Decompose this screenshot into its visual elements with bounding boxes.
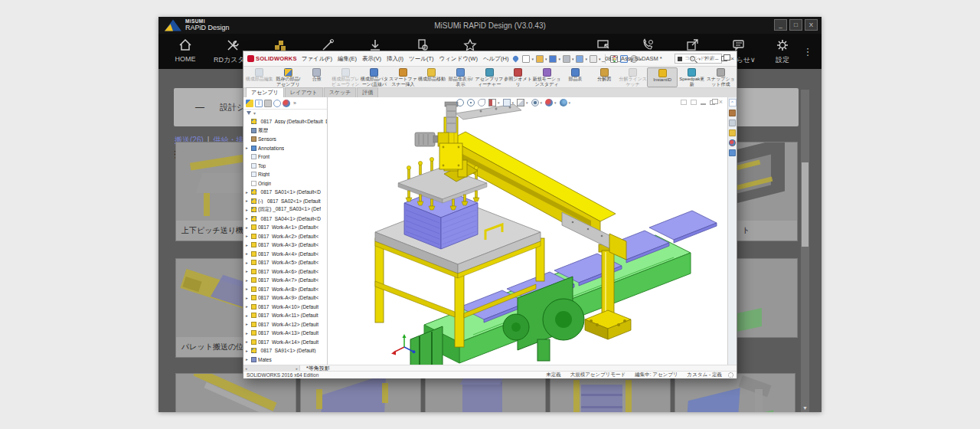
thumbnail-card-r3c3[interactable] xyxy=(425,373,546,412)
tree-expand-icon[interactable]: ▸ xyxy=(246,339,250,344)
sw-close-button[interactable]: × xyxy=(730,55,734,62)
collapse-icon[interactable]: ― xyxy=(195,102,204,113)
tree-expand-icon[interactable]: ▸ xyxy=(246,278,250,283)
sw-restore-button[interactable] xyxy=(721,56,727,61)
doc-minimize-icon[interactable] xyxy=(701,100,706,105)
cm-item-2[interactable]: 合致 xyxy=(302,67,332,87)
tree-item-17[interactable]: ▸0817_Work-A<6> (Default< xyxy=(243,267,327,277)
nav-overflow-menu[interactable]: ⋮ xyxy=(802,35,814,67)
tree-item-13[interactable]: ▸0817_Work-A<2> (Default< xyxy=(243,232,327,241)
vertical-scrollbar[interactable]: ▼ xyxy=(801,90,809,412)
tree-expand-icon[interactable]: ▸ xyxy=(246,349,250,353)
nav-settings[interactable]: 設定 xyxy=(763,35,802,67)
previous-view-icon[interactable] xyxy=(478,99,485,106)
new-doc-icon[interactable] xyxy=(522,55,530,63)
scrollbar-thumb[interactable] xyxy=(802,162,808,247)
tree-item-14[interactable]: ▸0817_Work-A<3> (Default< xyxy=(243,241,327,250)
maximize-button[interactable]: □ xyxy=(789,19,802,31)
tree-expand-icon[interactable]: ▸ xyxy=(246,331,250,336)
thumbnail-card-r3c1[interactable] xyxy=(175,373,296,412)
cm-item-12[interactable]: 分解図 xyxy=(590,67,619,87)
tree-expand-icon[interactable]: ▸ xyxy=(246,269,250,273)
cm-item-9[interactable]: 参照ジオメトリ xyxy=(504,67,533,87)
cm-item-7[interactable]: 部品非表示/表示 xyxy=(446,67,475,87)
tree-item-12[interactable]: ▸0817_Work-A<1> (Default< xyxy=(243,223,327,232)
undo-icon[interactable] xyxy=(576,55,583,63)
cm-item-5[interactable]: スマートファスナー挿入 xyxy=(389,67,418,87)
sw-tab-3[interactable]: 評価 xyxy=(357,87,378,97)
nav-home[interactable]: HOME xyxy=(162,35,209,67)
tree-item-10[interactable]: ▸(固定) _0817_SA03<1> (Def xyxy=(243,205,327,215)
doc-close-icon[interactable]: × xyxy=(719,99,723,106)
tree-item-23[interactable]: ▸0817_Work-A<12> (Default xyxy=(243,320,327,329)
sw-menu-2[interactable]: 表示(V) xyxy=(362,55,381,63)
tree-item-6[interactable]: Right xyxy=(243,170,327,179)
tree-item-2[interactable]: Sensors xyxy=(243,135,327,144)
tree-item-3[interactable]: ▸Annotations xyxy=(243,144,327,153)
tree-item-21[interactable]: ▸0817_Work-A<10> (Default xyxy=(243,303,327,312)
tree-item-8[interactable]: ▸_0817_SA01<1> (Default<D xyxy=(243,188,327,197)
tree-expand-icon[interactable]: ▸ xyxy=(246,296,250,300)
status-gear-icon[interactable] xyxy=(728,372,733,378)
status-custom[interactable]: カスタム - 定義 xyxy=(688,372,722,378)
tree-expand-icon[interactable]: ▸ xyxy=(246,322,250,326)
sw-menu-0[interactable]: ファイル(F) xyxy=(302,55,332,63)
appearances-pane-icon[interactable] xyxy=(729,139,736,146)
custom-properties-icon[interactable] xyxy=(729,149,736,156)
tree-item-25[interactable]: ▸0817_Work-A<14> (Default xyxy=(243,338,327,347)
tree-expand-icon[interactable]: ▸ xyxy=(246,243,250,247)
display-manager-icon[interactable] xyxy=(283,100,290,107)
sw-tab-0[interactable]: アセンブリ xyxy=(246,87,284,97)
tree-item-19[interactable]: ▸0817_Work-A<8> (Default< xyxy=(243,285,327,294)
favorites-pane-icon[interactable] xyxy=(729,129,736,136)
tree-expand-icon[interactable]: ▸ xyxy=(246,198,250,203)
property-manager-icon[interactable]: I xyxy=(255,100,263,107)
cm-item-13[interactable]: 分解ラインスケッチ xyxy=(619,67,648,87)
tree-item-27[interactable]: ▸Mates xyxy=(243,355,327,365)
tree-expand-icon[interactable]: ▸ xyxy=(246,190,250,195)
print-icon[interactable] xyxy=(563,55,570,63)
scroll-down-arrow[interactable]: ▼ xyxy=(801,405,809,411)
sw-tab-1[interactable]: レイアウト xyxy=(285,87,323,97)
tree-horizontal-scrollbar[interactable]: ◂▸ xyxy=(243,365,300,371)
sw-menu-6[interactable]: ヘルプ(H) xyxy=(483,55,508,63)
zoom-area-icon[interactable] xyxy=(467,99,475,106)
minimize-button[interactable]: _ xyxy=(774,19,787,31)
cm-item-0[interactable]: 構成部品編集 xyxy=(245,67,274,87)
tree-item-1[interactable]: 履歴 xyxy=(243,126,327,136)
tree-filter-row[interactable]: ▾ xyxy=(243,110,327,116)
tree-expand-icon[interactable]: ▸ xyxy=(246,216,250,221)
tree-item-9[interactable]: ▸(-) _0817_SA02<1> (Default xyxy=(243,197,327,206)
view-orientation-icon[interactable] xyxy=(503,99,511,106)
close-button[interactable]: X xyxy=(805,19,818,31)
tree-item-11[interactable]: ▸_0817_SA04<1> (Default<D xyxy=(243,215,327,224)
tree-expand-icon[interactable]: ▸ xyxy=(246,287,250,291)
tree-item-7[interactable]: Origin xyxy=(243,179,327,188)
cm-item-3[interactable]: 構成部品プレビューウィンドウ xyxy=(332,67,361,87)
cm-item-11[interactable]: 部品表 xyxy=(561,67,590,87)
cm-item-16[interactable]: スナップショット作成 xyxy=(707,67,736,87)
cm-item-4[interactable]: 構成部品パターン(直線パターン) xyxy=(360,67,389,87)
tree-item-20[interactable]: ▸0817_Work-A<9> (Default< xyxy=(243,293,327,303)
tree-expand-icon[interactable]: ▸ xyxy=(246,357,250,362)
design-library-icon[interactable] xyxy=(729,110,736,116)
tree-expand-icon[interactable]: ▸ xyxy=(246,146,250,150)
section-view-icon[interactable] xyxy=(488,99,496,106)
tree-item-4[interactable]: Front xyxy=(243,152,327,162)
tree-item-22[interactable]: ▸0817_Work-A<11> (Default xyxy=(243,311,327,320)
tree-expand-icon[interactable]: ▸ xyxy=(246,260,250,265)
cm-item-1[interactable]: 既存の部品/アセンブリ xyxy=(274,67,303,87)
dimxpert-icon[interactable] xyxy=(273,100,281,107)
tree-expand-icon[interactable]: ▸ xyxy=(246,251,250,256)
cm-item-10[interactable]: 新規モーションスタディ xyxy=(532,67,561,87)
tree-expand-icon[interactable]: ▸ xyxy=(246,234,250,238)
search-icon[interactable] xyxy=(690,56,695,61)
tree-expand-icon[interactable]: ▸ xyxy=(246,225,250,230)
sw-menu-4[interactable]: ツール(T) xyxy=(409,55,433,63)
thumbnail-card-r3c2[interactable] xyxy=(300,373,421,412)
task-pane-collapse-icon[interactable]: ^ xyxy=(729,99,737,106)
tree-item-16[interactable]: ▸0817_Work-A<5> (Default< xyxy=(243,258,327,267)
select-cursor-icon[interactable] xyxy=(590,55,597,63)
cm-item-14[interactable]: InstantID xyxy=(647,67,678,87)
sw-menu-3[interactable]: 挿入(I) xyxy=(387,55,403,63)
